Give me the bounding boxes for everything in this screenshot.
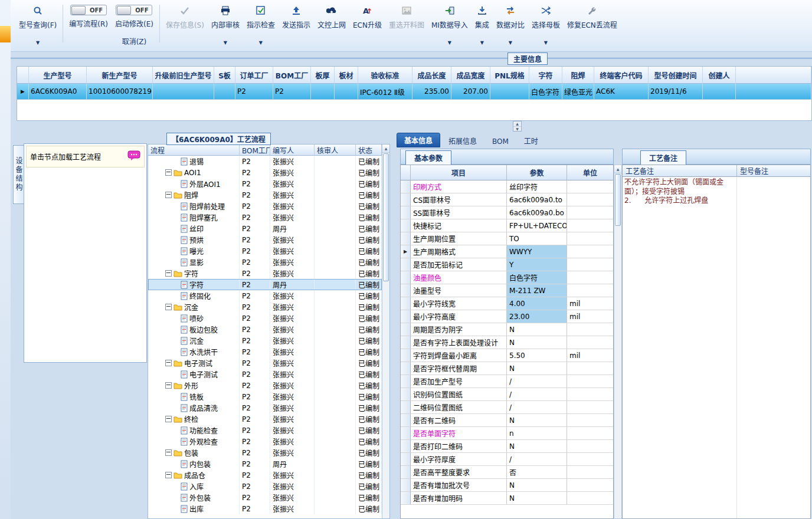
column-header[interactable]: 生产型号: [29, 67, 87, 84]
column-header[interactable]: 单位: [567, 165, 613, 180]
chevron-down-icon[interactable]: ▼: [509, 40, 512, 46]
main-info-selected-row[interactable]: ▶ 6AC6K009A0 10010600078219 P2 P2 IPC-60…: [17, 84, 811, 100]
param-value[interactable]: WWYY: [507, 245, 567, 258]
param-row[interactable]: 最小字符高度 23.00 mil: [401, 310, 613, 323]
scrollbar-thumb[interactable]: [615, 174, 621, 226]
chevron-down-icon[interactable]: ▼: [448, 40, 451, 46]
flow-row[interactable]: 内包装 P2 周丹 已编制: [148, 458, 382, 469]
param-row[interactable]: 二维码位置图纸 /: [401, 401, 613, 414]
column-header[interactable]: 订单工厂: [235, 67, 273, 84]
column-header[interactable]: 工艺备注: [623, 165, 737, 177]
collapse-icon[interactable]: [165, 169, 172, 176]
structure-vertical-tab[interactable]: 设备结构: [13, 145, 24, 204]
mini-scrollbar[interactable]: ▲ ▼: [513, 121, 522, 132]
internal-audit-button[interactable]: 内部审核 ▼: [208, 4, 243, 46]
param-row[interactable]: 是否单面字符 n: [401, 427, 613, 440]
flow-row[interactable]: 水洗烘干 P2 张振兴 已编制: [148, 346, 382, 357]
flow-row[interactable]: 包装 P2 张振兴 已编制: [148, 447, 382, 458]
param-row[interactable]: ▶ 生产周期格式 WWYY: [401, 245, 613, 258]
tab-extended-info[interactable]: 拓展信息: [441, 134, 484, 147]
param-value[interactable]: FP+UL+DATECODE: [507, 219, 567, 232]
param-value[interactable]: N: [507, 414, 567, 427]
column-header[interactable]: 型号创建时间: [649, 67, 703, 84]
column-header[interactable]: 终端客户代码: [594, 67, 649, 84]
column-header[interactable]: 创建人: [703, 67, 736, 84]
column-header[interactable]: 编写人: [270, 144, 315, 156]
param-row[interactable]: 识别码位置图纸 /: [401, 388, 613, 401]
select-mother-board-button[interactable]: 选择母板 ▼: [528, 4, 564, 46]
param-value[interactable]: n: [507, 427, 567, 440]
param-row[interactable]: 是否有字符上表面处理设计 N: [401, 336, 613, 349]
param-row[interactable]: 字符到焊盘最小距离 5.50 mil: [401, 349, 613, 362]
param-value[interactable]: 否: [507, 466, 567, 479]
chevron-down-icon[interactable]: ▼: [259, 40, 263, 46]
param-value[interactable]: 丝印字符: [507, 180, 567, 193]
param-row[interactable]: 生产周期位置 TO: [401, 232, 613, 245]
param-row[interactable]: 最小字符线宽 4.00 mil: [401, 297, 613, 310]
param-row[interactable]: 是否打印二维码 N: [401, 440, 613, 453]
flow-row[interactable]: 字符 P2 周丹 已编制: [148, 279, 382, 290]
param-row[interactable]: 印刷方式 丝印字符: [401, 180, 613, 193]
process-notes-tab[interactable]: 工艺备注: [640, 150, 686, 165]
ecn-upgrade-button[interactable]: A ECN升级: [349, 4, 385, 46]
flow-row[interactable]: 成品仓 P2 张振兴 已编制: [148, 469, 382, 481]
param-value[interactable]: Y: [507, 258, 567, 271]
collapse-icon[interactable]: [165, 416, 172, 422]
param-value[interactable]: 6ac6k009a0.to: [507, 193, 567, 206]
flow-row[interactable]: 终检 P2 张振兴 已编制: [148, 413, 382, 425]
process-note-text[interactable]: 不允许字符上大铜面（锡面或金面）；接受字符披锡 2. 允许字符上过孔焊盘: [624, 178, 734, 206]
flow-row[interactable]: 外包装 P2 张振兴 已编制: [148, 492, 382, 503]
data-compare-button[interactable]: 数据对比 ▼: [493, 4, 528, 46]
param-row[interactable]: 是否有增加明码 N: [401, 492, 613, 505]
basic-params-tab[interactable]: 基本参数: [405, 150, 451, 165]
param-row[interactable]: 周期是否为阴字 N: [401, 323, 613, 336]
column-header[interactable]: 状态: [356, 144, 382, 156]
scroll-down-icon[interactable]: ▼: [513, 127, 521, 132]
column-header[interactable]: 阻焊: [562, 67, 594, 84]
tab-bom[interactable]: BOM: [485, 136, 516, 147]
param-row[interactable]: CS面菲林号 6ac6k009a0.to: [401, 193, 613, 206]
chevron-down-icon[interactable]: ▼: [480, 40, 484, 46]
collapse-icon[interactable]: [165, 192, 172, 198]
mi-import-button[interactable]: MI数据导入 ▼: [428, 4, 472, 46]
send-instruction-button[interactable]: 发送指示: [279, 4, 314, 46]
param-value[interactable]: TO: [507, 232, 567, 245]
param-row[interactable]: 油墨型号 M-211 ZW: [401, 284, 613, 297]
param-value[interactable]: /: [507, 401, 567, 414]
scroll-up-icon[interactable]: ▲: [513, 121, 521, 127]
param-row[interactable]: 是否有二维码 N: [401, 414, 613, 427]
flow-row[interactable]: 外观检查 P2 张振兴 已编制: [148, 436, 382, 447]
integrate-button[interactable]: 集成 ▼: [472, 4, 493, 46]
param-row[interactable]: 是否高平整度要求 否: [401, 466, 613, 479]
instruction-check-button[interactable]: 指示检查 ▼: [243, 4, 279, 46]
flow-row[interactable]: 字符 P2 张振兴 已编制: [148, 268, 382, 279]
column-header[interactable]: 新生产型号: [87, 67, 153, 84]
column-header[interactable]: S板: [214, 67, 235, 84]
flow-row[interactable]: 终固化 P2 张振兴 已编制: [148, 290, 382, 301]
flow-scrollbar[interactable]: ▲: [382, 144, 389, 518]
flow-row[interactable]: 成品清洗 P2 张振兴 已编制: [148, 402, 382, 413]
flow-row[interactable]: 丝印 P2 周丹 已编制: [148, 223, 382, 234]
collapse-icon[interactable]: [165, 449, 172, 456]
param-value[interactable]: 白色字符: [507, 271, 567, 284]
scroll-up-icon[interactable]: ▲: [382, 144, 389, 153]
scrollbar-thumb[interactable]: [383, 153, 389, 281]
param-value[interactable]: 23.00: [507, 310, 567, 323]
scroll-up-icon[interactable]: ▲: [614, 165, 621, 173]
param-value[interactable]: N: [507, 323, 567, 336]
column-header[interactable]: 成品宽度: [451, 67, 490, 84]
collapse-icon[interactable]: [165, 270, 172, 277]
collapse-icon[interactable]: [165, 304, 172, 310]
tab-basic-info[interactable]: 基本信息: [397, 133, 440, 147]
flow-row[interactable]: 阻焊 P2 张振兴 已编制: [148, 189, 382, 201]
doc-upload-button[interactable]: 文控上网: [314, 4, 349, 46]
param-value[interactable]: /: [507, 375, 567, 388]
param-row[interactable]: 油墨颜色 白色字符: [401, 271, 613, 284]
flow-row[interactable]: 沉金 P2 张振兴 已编制: [148, 335, 382, 346]
column-header[interactable]: 验收标准: [358, 67, 412, 84]
param-value[interactable]: N: [507, 336, 567, 349]
flow-row[interactable]: 电子测试 P2 张振兴 已编制: [148, 369, 382, 380]
column-header[interactable]: BOM工厂: [240, 144, 270, 156]
column-header[interactable]: 板厚: [311, 67, 335, 84]
param-row[interactable]: 是否有增加批次号 N: [401, 479, 613, 492]
